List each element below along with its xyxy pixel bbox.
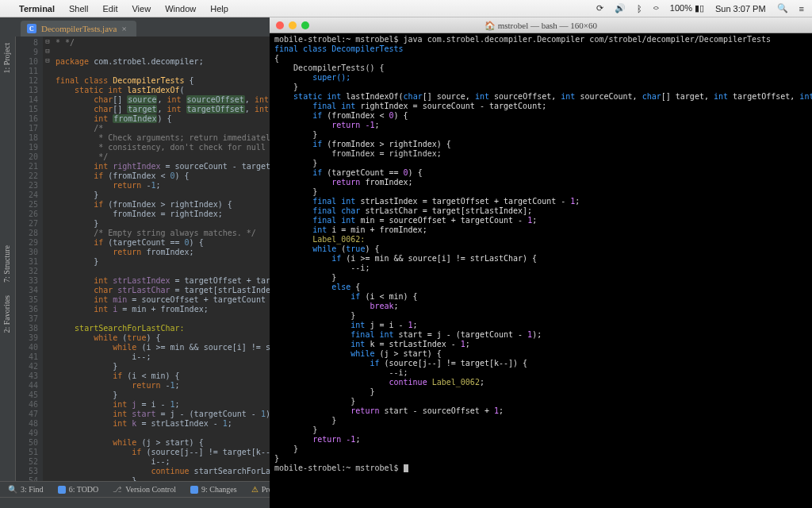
menu-window[interactable]: Window <box>165 4 196 13</box>
terminal-title: 🏠 mstrobel — bash — 160×60 <box>270 21 812 30</box>
spotlight-icon[interactable]: 🔍 <box>777 3 788 13</box>
notifications-icon[interactable]: ≡ <box>799 4 804 13</box>
tab-decompilertests[interactable]: C DecompilerTests.java × <box>21 21 136 37</box>
menu-edit[interactable]: Edit <box>103 4 118 13</box>
window-controls <box>276 21 309 29</box>
toolwin-todo[interactable]: 6: TODO <box>58 485 99 494</box>
toolwin-versioncontrol[interactable]: ⎇Version Control <box>113 485 176 494</box>
toolwin-find[interactable]: 🔍3: Find <box>8 485 44 494</box>
tab-label: DecompilerTests.java <box>41 24 117 33</box>
menu-view[interactable]: View <box>132 4 151 13</box>
java-class-icon: C <box>27 24 36 33</box>
menu-shell[interactable]: Shell <box>69 4 88 13</box>
sidebar-project[interactable]: 1: Project <box>0 37 13 80</box>
volume-icon[interactable]: 🔊 <box>615 3 626 13</box>
terminal-titlebar[interactable]: 🏠 mstrobel — bash — 160×60 <box>270 17 812 33</box>
toolwin-changes[interactable]: 9: Changes <box>190 485 237 494</box>
close-icon[interactable]: × <box>121 24 126 33</box>
menu-app[interactable]: Terminal <box>19 4 55 13</box>
mac-menubar: Terminal Shell Edit View Window Help ⟳ 🔊… <box>0 0 812 17</box>
tool-window-bar-left: 1: Project 7: Structure 2: Favorites <box>0 37 16 489</box>
line-number-gutter: 8910111213141516171819202122232425262728… <box>16 37 43 489</box>
menu-help[interactable]: Help <box>210 4 228 13</box>
sidebar-favorites[interactable]: 2: Favorites <box>0 289 13 340</box>
wifi-icon[interactable]: ⌔ <box>653 4 659 13</box>
terminal-body[interactable]: mobile-strobel:~ mstrobel$ java com.stro… <box>270 33 812 475</box>
bluetooth-icon[interactable]: ᛒ <box>637 4 642 13</box>
zoom-window-icon[interactable] <box>301 21 309 29</box>
sidebar-structure[interactable]: 7: Structure <box>0 239 13 289</box>
terminal-window: 🏠 mstrobel — bash — 160×60 mobile-strobe… <box>270 17 812 508</box>
fold-gutter: ⊟⊟⊟ <box>43 37 52 489</box>
minimize-window-icon[interactable] <box>289 21 297 29</box>
battery-status[interactable]: 100% ▮▯ <box>670 3 704 13</box>
clock[interactable]: Sun 3:07 PM <box>715 4 766 13</box>
close-window-icon[interactable] <box>276 21 284 29</box>
sync-icon[interactable]: ⟳ <box>596 3 603 13</box>
